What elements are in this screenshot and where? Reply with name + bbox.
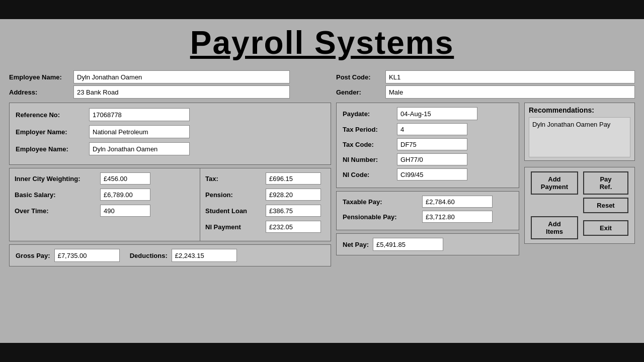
taxable-pay-label: Taxable Pay: (343, 198, 418, 206)
tax-period-label: Tax Period: (343, 126, 393, 133)
employee-name-row: Employee Name: (9, 70, 331, 83)
add-items-button[interactable]: Add Items (531, 216, 578, 239)
taxable-box: Taxable Pay: Pensionable Pay: (336, 191, 519, 230)
employer-name-label: Employer Name: (16, 128, 86, 136)
ref-employee-name-input[interactable] (89, 142, 190, 155)
postcode-input[interactable] (385, 70, 635, 83)
ni-code-input[interactable] (397, 168, 467, 180)
paydate-tax-box: Paydate: Tax Period: Tax Code: NI N (336, 103, 519, 188)
btn-row-2: Reset (583, 198, 628, 213)
gross-pay-label: Gross Pay: (16, 252, 50, 259)
basic-salary-row: Basic Salary: (15, 189, 195, 201)
address-row: Address: (9, 85, 331, 99)
recommendations-content: Dyln Jonathan Oamen Pay (529, 117, 630, 157)
tax-ni-section: Paydate: Tax Period: Tax Code: NI N (336, 103, 519, 255)
ni-code-label: NI Code: (343, 171, 393, 178)
employee-name-label: Employee Name: (9, 73, 69, 81)
left-column: Reference No: Employer Name: Employee Na… (9, 103, 331, 266)
tax-code-row: Tax Code: (343, 138, 513, 150)
right-panel: Recommendations: Dyln Jonathan Oamen Pay… (519, 103, 635, 255)
pension-row: Pension: (205, 189, 326, 201)
deductions-item: Deductions: (130, 249, 237, 262)
ni-payment-label: NI Payment (205, 223, 266, 231)
add-payment-button[interactable]: Add Payment (531, 171, 578, 195)
top-right-section: Post Code: Gender: (331, 70, 635, 101)
employer-name-input[interactable] (89, 125, 190, 138)
reset-button[interactable]: Reset (583, 198, 628, 213)
tax-period-row: Tax Period: (343, 123, 513, 135)
net-pay-input[interactable] (373, 238, 443, 251)
address-input[interactable] (73, 85, 290, 99)
tax-input[interactable] (266, 172, 321, 185)
employee-name-input[interactable] (73, 70, 290, 83)
gender-input[interactable] (385, 85, 635, 99)
basic-salary-input[interactable] (100, 189, 150, 201)
deductions-input[interactable] (172, 249, 237, 262)
ref-section-box: Reference No: Employer Name: Employee Na… (9, 103, 331, 165)
ni-number-input[interactable] (397, 153, 467, 165)
icw-input[interactable] (100, 172, 150, 185)
taxable-pay-row: Taxable Pay: (343, 196, 513, 208)
icw-row: Inner City Weighting: (15, 172, 195, 185)
net-pay-label: Net Pay: (343, 241, 369, 248)
summary-row: Gross Pay: Deductions: (9, 244, 331, 266)
top-info-section: Employee Name: Address: Post Code: Gende… (9, 70, 635, 101)
deductions-label: Deductions: (130, 252, 168, 259)
gross-pay-input[interactable] (54, 249, 120, 262)
exit-button[interactable]: Exit (583, 220, 628, 236)
ref-no-row: Reference No: (16, 108, 325, 121)
gender-row: Gender: (336, 85, 635, 99)
right-main: Paydate: Tax Period: Tax Code: NI N (336, 103, 635, 255)
pensionable-pay-row: Pensionable Pay: (343, 211, 513, 223)
icw-label: Inner City Weighting: (15, 175, 100, 183)
buttons-box: Add Payment Pay Ref. Reset Add Items Exi… (524, 167, 635, 244)
btn-row-1: Add Payment Pay Ref. (531, 171, 628, 195)
student-loan-label: Student Loan (205, 207, 266, 215)
net-pay-box: Net Pay: (336, 233, 519, 255)
recommendations-title: Recommendations: (529, 106, 630, 114)
net-pay-item: Net Pay: (343, 238, 513, 251)
paydate-row: Paydate: (343, 107, 513, 120)
recommendations-box: Recommendations: Dyln Jonathan Oamen Pay (524, 103, 635, 161)
tax-row: Tax: (205, 172, 326, 185)
student-loan-input[interactable] (266, 205, 321, 217)
tax-label: Tax: (205, 175, 266, 183)
paydate-input[interactable] (397, 107, 477, 120)
app-title: Payroll Systems (0, 24, 644, 61)
ref-no-label: Reference No: (16, 111, 86, 119)
top-bar (0, 0, 644, 19)
pensionable-pay-input[interactable] (422, 211, 493, 223)
employer-name-row: Employer Name: (16, 125, 325, 138)
ni-payment-row: NI Payment (205, 221, 326, 233)
tax-code-input[interactable] (397, 138, 467, 150)
deductions-box: Tax: Pension: Student Loan NI Payment (200, 168, 331, 241)
student-loan-row: Student Loan (205, 205, 326, 217)
postcode-row: Post Code: (336, 70, 635, 83)
gross-pay-item: Gross Pay: (16, 249, 120, 262)
taxable-pay-input[interactable] (422, 196, 493, 208)
pension-input[interactable] (266, 189, 321, 201)
btn-row-3: Add Items Exit (531, 216, 628, 239)
right-column: Paydate: Tax Period: Tax Code: NI N (331, 103, 635, 266)
main-content: Employee Name: Address: Post Code: Gende… (0, 65, 644, 266)
ni-payment-input[interactable] (266, 221, 321, 233)
ref-no-input[interactable] (89, 108, 190, 121)
address-label: Address: (9, 88, 69, 96)
pay-ref-button[interactable]: Pay Ref. (583, 171, 628, 195)
paydate-label: Paydate: (343, 110, 393, 118)
pay-deduct-section: Inner City Weighting: Basic Salary: Over… (9, 168, 331, 241)
gender-label: Gender: (336, 88, 381, 96)
top-left-section: Employee Name: Address: (9, 70, 331, 101)
bottom-bar (0, 343, 644, 362)
pensionable-pay-label: Pensionable Pay: (343, 213, 418, 221)
ref-employee-name-label: Employee Name: (16, 145, 86, 153)
overtime-input[interactable] (100, 205, 150, 217)
ref-employee-name-row: Employee Name: (16, 142, 325, 155)
ni-number-row: NI Number: (343, 153, 513, 165)
basic-salary-label: Basic Salary: (15, 191, 100, 199)
tax-code-label: Tax Code: (343, 141, 393, 148)
title-area: Payroll Systems (0, 19, 644, 65)
postcode-label: Post Code: (336, 73, 381, 81)
ni-number-label: NI Number: (343, 156, 393, 163)
tax-period-input[interactable] (397, 123, 467, 135)
